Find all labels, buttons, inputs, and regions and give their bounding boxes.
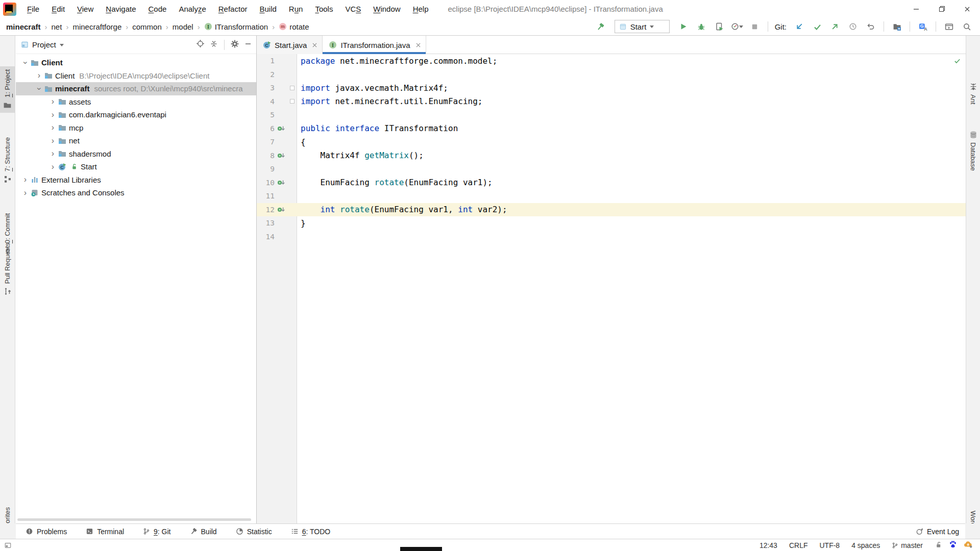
stop-button[interactable] xyxy=(749,20,761,33)
code-line-13[interactable]: 13} xyxy=(257,216,966,230)
run-anything-button[interactable] xyxy=(943,20,955,33)
tree-row-client[interactable]: ›Client xyxy=(16,56,256,69)
tree-row-minecraft[interactable]: ›minecraftsources root, D:\Xunlei\mcp940… xyxy=(16,82,256,95)
code-line-10[interactable]: 10 EnumFacing rotate(EnumFacing var1); xyxy=(257,176,966,190)
menu-analyze[interactable]: Analyze xyxy=(173,0,212,18)
code-editor[interactable]: 1package net.minecraftforge.common.model… xyxy=(257,54,966,523)
chevron-collapsed-icon[interactable]: › xyxy=(48,136,57,145)
tree-row-scratches-and-consoles[interactable]: ›Scratches and Consoles xyxy=(16,186,256,199)
chevron-collapsed-icon[interactable]: › xyxy=(21,188,30,197)
code-line-3[interactable]: 3import javax.vecmath.Matrix4f; xyxy=(257,81,966,95)
chevron-collapsed-icon[interactable]: › xyxy=(35,71,43,80)
push-button[interactable] xyxy=(829,20,841,33)
tool-window-button-problems[interactable]: Problems xyxy=(26,528,67,536)
chevron-collapsed-icon[interactable]: › xyxy=(21,175,30,184)
tool-window-switcher-icon[interactable] xyxy=(4,542,12,549)
breadcrumb-item-net[interactable]: net xyxy=(52,22,62,31)
tree-row-external-libraries[interactable]: ›External Libraries xyxy=(16,173,256,187)
chevron-expanded-icon[interactable]: › xyxy=(21,58,30,67)
stripe-button-pull-requests[interactable]: Pull Requests xyxy=(0,240,15,298)
tool-window-button-6--todo[interactable]: 6: TODO xyxy=(291,528,331,536)
rollback-button[interactable] xyxy=(865,20,877,33)
minimize-button[interactable] xyxy=(903,0,929,18)
line-separator[interactable]: CRLF xyxy=(789,541,808,549)
menu-tools[interactable]: Tools xyxy=(309,0,339,18)
debug-button[interactable] xyxy=(695,20,707,33)
tool-window-button-build[interactable]: Build xyxy=(190,528,217,536)
inspection-ok-icon[interactable] xyxy=(953,57,961,65)
menu-window[interactable]: Window xyxy=(367,0,406,18)
stripe-button-database[interactable]: Database xyxy=(966,128,980,174)
code-line-12[interactable]: 12 int rotate(EnumFacing var1, int var2)… xyxy=(257,203,966,217)
stripe-button----structure[interactable]: 7: Structure xyxy=(0,134,15,186)
tree-row-net[interactable]: ›net xyxy=(16,134,256,147)
stripe-button----project[interactable]: 1: Project xyxy=(0,66,15,113)
tab-close-icon[interactable] xyxy=(312,43,317,47)
code-line-5[interactable]: 5 xyxy=(257,108,966,122)
settings-gear-button[interactable] xyxy=(231,40,239,50)
code-line-14[interactable]: 14 xyxy=(257,230,966,244)
code-line-2[interactable]: 2 xyxy=(257,68,966,82)
chevron-down-icon[interactable] xyxy=(60,44,64,48)
changes-button[interactable] xyxy=(891,20,903,33)
hide-button[interactable] xyxy=(244,40,252,50)
menu-vcs[interactable]: VCS xyxy=(339,0,367,18)
tab-start-java[interactable]: CStart.java xyxy=(257,36,323,54)
tab-itransformation-java[interactable]: IITransformation.java xyxy=(323,36,426,54)
locate-button[interactable] xyxy=(196,39,205,50)
baidu-button[interactable] xyxy=(949,540,957,550)
tree-row-shadersmod[interactable]: ›shadersmod xyxy=(16,147,256,161)
project-panel-title[interactable]: Project xyxy=(32,40,56,49)
translate-button[interactable]: GA xyxy=(917,20,929,33)
close-button[interactable] xyxy=(954,0,980,18)
unlock-button[interactable] xyxy=(935,541,942,550)
chevron-collapsed-icon[interactable]: › xyxy=(48,162,57,171)
collapse-all-button[interactable] xyxy=(210,40,218,50)
marker-implement-icon[interactable] xyxy=(277,152,285,160)
breadcrumb-item-minecraftforge[interactable]: minecraftforge xyxy=(72,22,121,31)
marker-implement-icon[interactable] xyxy=(277,124,285,133)
update-project-button[interactable] xyxy=(793,20,805,33)
breadcrumb-item-rotate[interactable]: mrotate xyxy=(279,22,309,31)
profiler-button[interactable] xyxy=(731,20,743,33)
breadcrumb-item-minecraft[interactable]: minecraft xyxy=(6,22,41,31)
chevron-collapsed-icon[interactable]: › xyxy=(48,123,57,132)
tool-window-button-9--git[interactable]: 9: Git xyxy=(143,528,170,536)
stripe-button-ant[interactable]: Ant xyxy=(966,80,980,108)
code-line-8[interactable]: 8 Matrix4f getMatrix(); xyxy=(257,149,966,163)
fold-marker-icon[interactable] xyxy=(290,86,295,90)
marker-implement-icon[interactable] xyxy=(277,206,285,214)
chevron-expanded-icon[interactable]: › xyxy=(35,84,44,93)
menu-refactor[interactable]: Refactor xyxy=(212,0,254,18)
chevron-collapsed-icon[interactable]: › xyxy=(48,97,57,106)
breadcrumb-item-model[interactable]: model xyxy=(173,22,193,31)
indent-setting[interactable]: 4 spaces xyxy=(851,541,880,549)
tree-row-com-darkmagician6-eventapi[interactable]: ›com.darkmagician6.eventapi xyxy=(16,108,256,121)
git-branch-widget[interactable]: master xyxy=(892,541,923,549)
horizontal-scrollbar[interactable] xyxy=(17,518,251,521)
tab-close-icon[interactable] xyxy=(416,43,421,47)
menu-help[interactable]: Help xyxy=(407,0,435,18)
history-button[interactable] xyxy=(847,20,859,33)
search-everywhere-button[interactable] xyxy=(961,20,973,33)
breadcrumb-item-common[interactable]: common xyxy=(132,22,162,31)
menu-run[interactable]: Run xyxy=(283,0,309,18)
breadcrumb-item-itransformation[interactable]: IITransformation xyxy=(204,22,268,31)
run-button[interactable] xyxy=(677,20,690,33)
menu-edit[interactable]: Edit xyxy=(45,0,71,18)
run-configuration-select[interactable]: Start xyxy=(615,20,670,33)
code-line-9[interactable]: 9 xyxy=(257,162,966,176)
tree-row-start[interactable]: ›CStart xyxy=(16,160,256,173)
tree-row-mcp[interactable]: ›mcp xyxy=(16,121,256,135)
menu-code[interactable]: Code xyxy=(142,0,173,18)
restore-button[interactable] xyxy=(929,0,954,18)
file-encoding[interactable]: UTF-8 xyxy=(819,541,840,549)
marker-implement-icon[interactable] xyxy=(277,179,285,187)
commit-button[interactable] xyxy=(811,20,823,33)
code-line-7[interactable]: 7{ xyxy=(257,135,966,149)
menu-navigate[interactable]: Navigate xyxy=(100,0,142,18)
chevron-collapsed-icon[interactable]: › xyxy=(48,110,57,119)
caret-position[interactable]: 12:43 xyxy=(760,541,777,549)
tree-row-client[interactable]: ›ClientB:\Project\IDEA\mcp940\eclipse\Cl… xyxy=(16,69,256,83)
event-log-button[interactable]: Event Log xyxy=(916,528,959,536)
